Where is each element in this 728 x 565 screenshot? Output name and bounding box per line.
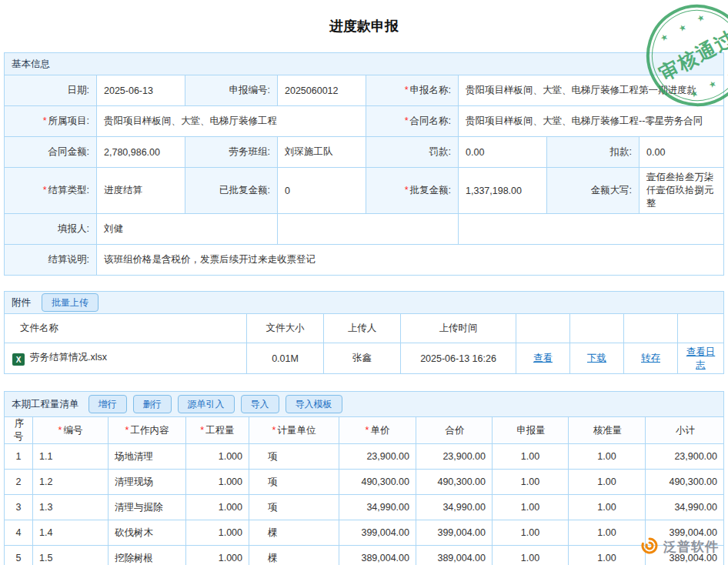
- amount-in-words-label: 金额大写:: [547, 168, 640, 214]
- page-title: 进度款申报: [0, 0, 728, 52]
- column-header-work-content: *工作内容: [109, 417, 186, 444]
- cell-code: 1.4: [33, 520, 109, 546]
- action-cell: 转存: [624, 343, 678, 374]
- deduction-value: 0.00: [640, 137, 724, 168]
- amount-in-words-value: 壹佰叁拾叁万柒仟壹佰玖拾捌元整: [640, 168, 724, 214]
- filler-value: 刘健: [97, 214, 278, 245]
- contract-name-label: *合同名称:: [366, 106, 459, 137]
- attachments-section: 附件 批量上传 文件名称 文件大小 上传人 上传时间 X劳务结算情况.xlsx …: [4, 291, 724, 374]
- column-header-empty: [570, 314, 624, 343]
- declaration-name-value: 贵阳项目样板间、大堂、电梯厅装修工程第一期进度款: [459, 75, 724, 106]
- form-row: 合同金额: 2,780,986.00 劳务班组: 刘琛施工队 罚款: 0.00 …: [5, 137, 724, 168]
- list-header-row: 序号 *编号 *工作内容 *工程量 *计量单位 *单价 合价 申报量 核准量 小…: [5, 417, 724, 444]
- save-as-link[interactable]: 转存: [641, 353, 660, 363]
- deduction-label: 扣款:: [547, 137, 640, 168]
- cell-unit-price: 399,004.00: [339, 520, 416, 546]
- file-name-cell: X劳务结算情况.xlsx: [5, 343, 247, 374]
- quantity-list-header: 本期工程量清单 增行 删行 源单引入 导入 导入模板: [4, 391, 724, 417]
- cell-total-price: 34,990.00: [416, 495, 493, 520]
- cell-seq: 3: [5, 495, 33, 520]
- column-header-seq: 序号: [5, 417, 33, 444]
- penalty-value: 0.00: [459, 137, 547, 168]
- empty-cell: [459, 214, 724, 245]
- cell-work-content: 场地清理: [109, 444, 186, 470]
- column-header-filename: 文件名称: [5, 314, 247, 343]
- cell-unit: 项: [249, 495, 339, 520]
- file-name: 劳务结算情况.xlsx: [30, 352, 107, 363]
- cell-quantity: 1.000: [186, 546, 249, 565]
- cell-subtotal: 23,900.00: [646, 444, 724, 470]
- cell-work-content: 清理与掘除: [109, 495, 186, 520]
- cell-unit-price: 23,900.00: [339, 444, 416, 470]
- approval-amount-value: 1,337,198.00: [459, 168, 547, 214]
- form-row: 结算说明: 该班组价格是含税价，发票后续开过来走收票登记: [5, 245, 724, 276]
- action-cell: 查看日志: [678, 343, 724, 374]
- cell-approved-qty: 1.00: [569, 495, 646, 520]
- column-header-subtotal: 小计: [646, 417, 724, 444]
- labor-team-label: 劳务班组:: [185, 137, 278, 168]
- column-header-empty: [624, 314, 678, 343]
- cell-work-content: 砍伐树木: [109, 520, 186, 546]
- cell-unit-price: 34,990.00: [339, 495, 416, 520]
- cell-unit-price: 490,300.00: [339, 470, 416, 495]
- filler-label: 填报人:: [5, 214, 97, 245]
- column-header-empty: [516, 314, 570, 343]
- column-header-total-price: 合价: [416, 417, 493, 444]
- contract-amount-label: 合同金额:: [5, 137, 97, 168]
- column-header-uploadtime: 上传时间: [401, 314, 516, 343]
- cell-total-price: 399,004.00: [416, 520, 493, 546]
- download-link[interactable]: 下载: [587, 353, 606, 363]
- cell-subtotal: 34,990.00: [646, 495, 724, 520]
- column-header-filesize: 文件大小: [247, 314, 324, 343]
- cell-seq: 1: [5, 444, 33, 470]
- section-title: 基本信息: [12, 58, 50, 71]
- cell-code: 1.1: [33, 444, 109, 470]
- attachments-header-row: 文件名称 文件大小 上传人 上传时间: [5, 314, 724, 343]
- view-log-link[interactable]: 查看日志: [686, 346, 716, 370]
- quantity-list-table: 序号 *编号 *工作内容 *工程量 *计量单位 *单价 合价 申报量 核准量 小…: [4, 416, 724, 565]
- cell-code: 1.2: [33, 470, 109, 495]
- view-link[interactable]: 查看: [533, 353, 553, 363]
- declaration-name-label: *申报名称:: [366, 75, 459, 106]
- table-row: 4 1.4 砍伐树木 1.000 棵 399,004.00 399,004.00…: [5, 520, 724, 546]
- cell-work-content: 挖除树根: [109, 546, 186, 565]
- approval-amount-label: *批复金额:: [366, 168, 459, 214]
- cell-declared-qty: 1.00: [493, 520, 569, 546]
- empty-cell: [278, 214, 459, 245]
- cell-subtotal: 389,004.00: [646, 546, 724, 565]
- date-value: 2025-06-13: [97, 75, 185, 106]
- cell-unit-price: 389,004.00: [339, 546, 416, 565]
- cell-quantity: 1.000: [186, 470, 249, 495]
- cell-declared-qty: 1.00: [493, 444, 569, 470]
- cell-seq: 5: [5, 546, 33, 565]
- table-row: 5 1.5 挖除树根 1.000 棵 389,004.00 389,004.00…: [5, 546, 724, 565]
- file-size: 0.01M: [247, 343, 324, 374]
- add-row-button[interactable]: 增行: [88, 395, 127, 413]
- basic-info-section: 基本信息 日期: 2025-06-13 申报编号: 2025060012 *申报…: [4, 52, 724, 276]
- cell-approved-qty: 1.00: [569, 444, 646, 470]
- quantity-list-section: 本期工程量清单 增行 删行 源单引入 导入 导入模板 序号 *编号 *工作内容 …: [4, 391, 724, 565]
- source-import-button[interactable]: 源单引入: [178, 395, 235, 413]
- batch-upload-button[interactable]: 批量上传: [42, 293, 99, 312]
- approved-amount-label: 已批复金额:: [185, 168, 278, 214]
- cell-unit: 棵: [249, 520, 339, 546]
- import-template-button[interactable]: 导入模板: [286, 395, 342, 413]
- form-row: 日期: 2025-06-13 申报编号: 2025060012 *申报名称: 贵…: [5, 75, 724, 106]
- import-button[interactable]: 导入: [241, 395, 279, 413]
- contract-amount-value: 2,780,986.00: [97, 137, 185, 168]
- approved-amount-value: 0: [278, 168, 366, 214]
- cell-unit: 项: [249, 470, 339, 495]
- cell-total-price: 389,004.00: [416, 546, 493, 565]
- cell-declared-qty: 1.00: [493, 470, 569, 495]
- labor-team-value: 刘琛施工队: [278, 137, 366, 168]
- project-label: *所属项目:: [5, 106, 97, 137]
- action-cell: 查看: [516, 343, 570, 374]
- cell-unit: 项: [249, 444, 339, 470]
- delete-row-button[interactable]: 删行: [133, 395, 172, 413]
- cell-unit: 棵: [249, 546, 339, 565]
- basic-info-header: 基本信息: [4, 52, 724, 75]
- column-header-code: *编号: [33, 417, 109, 444]
- cell-declared-qty: 1.00: [493, 495, 569, 520]
- settlement-type-label: *结算类型:: [5, 168, 97, 214]
- table-row: 3 1.3 清理与掘除 1.000 项 34,990.00 34,990.00 …: [5, 495, 724, 520]
